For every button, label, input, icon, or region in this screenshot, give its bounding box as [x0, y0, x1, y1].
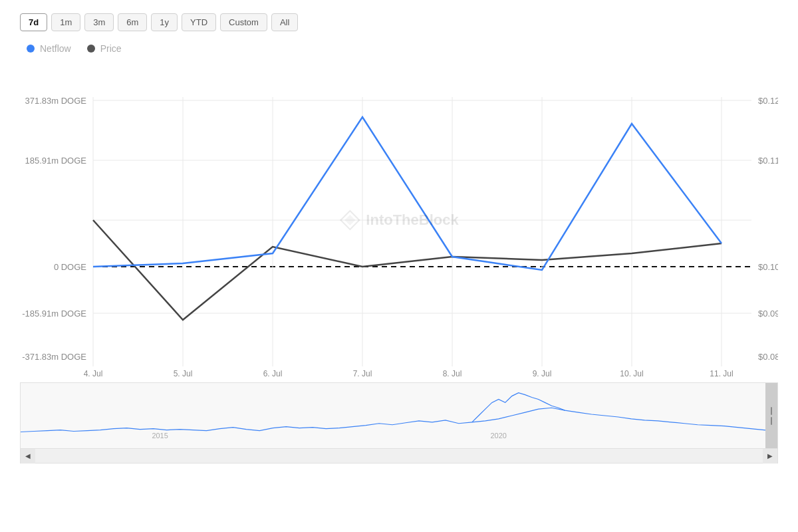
svg-text:-185.91m DOGE: -185.91m DOGE: [22, 309, 86, 319]
main-chart: IntoTheBlock 371.83m DOGE 185.91m DOGE 0…: [20, 61, 778, 380]
svg-text:6. Jul: 6. Jul: [263, 369, 283, 378]
svg-text:$0.096000: $0.096000: [758, 309, 778, 319]
time-btn-3m[interactable]: 3m: [84, 13, 114, 31]
handle-line-1: [771, 407, 772, 415]
mini-navigator[interactable]: 2015 2020: [20, 382, 778, 449]
svg-text:185.91m DOGE: 185.91m DOGE: [25, 156, 87, 166]
time-btn-all[interactable]: All: [271, 13, 298, 31]
chart-svg: 371.83m DOGE 185.91m DOGE 0 DOGE -185.91…: [20, 61, 778, 380]
svg-text:$0.088000: $0.088000: [758, 352, 778, 362]
svg-rect-33: [21, 383, 777, 448]
time-range-selector: 7d1m3m6m1yYTDCustomAll: [20, 13, 778, 31]
price-dot: [87, 45, 95, 53]
chart-legend: Netflow Price: [20, 43, 778, 54]
legend-netflow: Netflow: [27, 43, 71, 54]
price-label: Price: [100, 43, 122, 54]
svg-text:2020: 2020: [491, 432, 507, 440]
scroll-left-button[interactable]: ◀: [21, 449, 35, 464]
time-btn-1y[interactable]: 1y: [151, 13, 178, 31]
navigator-handle-right[interactable]: [765, 383, 777, 448]
svg-text:10. Jul: 10. Jul: [620, 369, 643, 378]
legend-price: Price: [87, 43, 122, 54]
netflow-dot: [27, 45, 35, 53]
time-btn-6m[interactable]: 6m: [118, 13, 147, 31]
svg-text:$0.120000: $0.120000: [758, 96, 778, 106]
svg-text:8. Jul: 8. Jul: [443, 369, 462, 378]
svg-text:4. Jul: 4. Jul: [84, 369, 103, 378]
time-btn-custom[interactable]: Custom: [220, 13, 267, 31]
svg-text:11. Jul: 11. Jul: [710, 369, 733, 378]
svg-text:$0.104000: $0.104000: [758, 262, 778, 272]
scroll-bar[interactable]: ◀ ▶: [20, 449, 778, 464]
time-btn-ytd[interactable]: YTD: [182, 13, 216, 31]
svg-text:5. Jul: 5. Jul: [174, 369, 193, 378]
mini-chart-svg: 2015 2020: [21, 383, 777, 448]
scroll-right-button[interactable]: ▶: [763, 449, 777, 464]
svg-text:-371.83m DOGE: -371.83m DOGE: [22, 352, 86, 362]
scroll-track[interactable]: [35, 449, 763, 463]
handle-line-2: [771, 417, 772, 425]
time-btn-1m[interactable]: 1m: [51, 13, 80, 31]
svg-text:0 DOGE: 0 DOGE: [54, 262, 86, 272]
svg-text:$0.112000: $0.112000: [758, 156, 778, 166]
time-btn-7d[interactable]: 7d: [20, 13, 47, 31]
svg-text:2015: 2015: [152, 432, 168, 440]
svg-text:7. Jul: 7. Jul: [353, 369, 372, 378]
netflow-label: Netflow: [40, 43, 71, 54]
svg-text:9. Jul: 9. Jul: [533, 369, 552, 378]
svg-text:371.83m DOGE: 371.83m DOGE: [25, 96, 87, 106]
